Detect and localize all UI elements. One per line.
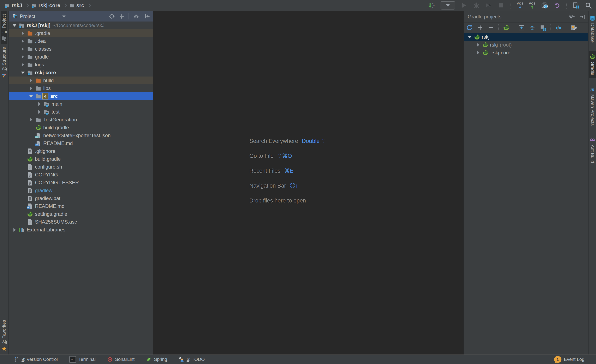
tree-collapse-arrow[interactable] [27, 79, 35, 82]
gradle-tree-row[interactable]: :rskj-core [464, 49, 588, 57]
breadcrumb-item-src[interactable]: src [69, 2, 84, 8]
tree-row[interactable]: settings.gradle [9, 210, 153, 218]
run-config-dropdown[interactable] [440, 1, 455, 9]
tree-row[interactable]: TestGeneration [9, 116, 153, 124]
gear-dropdown-button[interactable] [568, 14, 575, 20]
group-modules-button[interactable] [540, 24, 546, 31]
tree-row[interactable]: gradlew [9, 187, 153, 194]
tree-row[interactable]: .idea [9, 37, 153, 45]
gradle-run-button[interactable] [503, 24, 509, 31]
export-modules-button[interactable] [572, 2, 580, 9]
event-log-badge[interactable]: 1 [554, 356, 561, 363]
search-everywhere-button[interactable] [585, 2, 592, 9]
recent-changes-button[interactable] [541, 2, 548, 9]
right-tab-gradle[interactable]: Gradle [589, 51, 596, 78]
statusbar-item-terminal[interactable]: >_Terminal [69, 356, 96, 363]
tree-row[interactable]: 4src [9, 92, 153, 100]
sidebar-tab-favorites[interactable]: 2: Favorites [1, 317, 7, 355]
tree-row[interactable]: JSONnetworkStateExporterTest.json [9, 131, 153, 139]
editor-area[interactable]: Search EverywhereDouble ⇧Go to File⇧⌘ORe… [153, 11, 463, 355]
tree-expand-arrow[interactable] [19, 72, 27, 74]
tree-row[interactable]: rskj-core [9, 69, 153, 77]
tree-collapse-arrow[interactable] [19, 31, 27, 35]
tree-item-label: classes [35, 46, 52, 52]
tree-row[interactable]: logs [9, 61, 153, 69]
breadcrumb-item-rskJ[interactable]: rskJ [5, 2, 22, 8]
tree-item-path: ~/Documents/code/rskJ [52, 22, 104, 28]
tree-collapse-arrow[interactable] [19, 55, 27, 59]
vcs-commit-button[interactable]: VCS [529, 2, 536, 9]
tree-row[interactable]: build [9, 77, 153, 84]
tree-row[interactable]: gradle [9, 53, 153, 61]
gradle-settings-button[interactable] [570, 24, 577, 31]
collapse-all-blue-button[interactable] [529, 24, 536, 31]
tree-row[interactable]: rskJ [rskj]~/Documents/code/rskJ [9, 22, 153, 29]
editor-shortcut-hints: Search EverywhereDouble ⇧Go to File⇧⌘ORe… [249, 134, 326, 208]
tree-row[interactable]: SHA256SUMS.asc [9, 218, 153, 226]
tree-collapse-arrow[interactable] [10, 228, 19, 232]
expand-all-button[interactable] [518, 24, 525, 31]
tree-expand-arrow[interactable] [27, 95, 35, 97]
tree-collapse-arrow[interactable] [474, 51, 482, 55]
collapse-all-button[interactable] [119, 13, 125, 19]
tree-row[interactable]: gradlew.bat [9, 194, 153, 202]
tree-row[interactable]: .gitignore [9, 147, 153, 155]
right-tab-database[interactable]: Database [589, 12, 596, 45]
sidebar-tab-structure[interactable]: 7: Structure [1, 44, 7, 81]
chevron-down-icon[interactable] [62, 15, 66, 17]
locate-button[interactable] [109, 13, 115, 19]
breadcrumb-item-rskj-core[interactable]: rskj-core [31, 2, 60, 8]
tree-row[interactable]: main [9, 100, 153, 108]
right-tab-maven-projects[interactable]: mMaven Projects [589, 84, 596, 129]
hide-right-button[interactable] [579, 14, 585, 20]
tree-row[interactable]: .gradle [9, 29, 153, 37]
collapse-all-icon [119, 13, 125, 19]
search-everywhere-icon [585, 2, 592, 9]
statusbar-item-event-log[interactable]: Event Log [564, 357, 584, 362]
refresh-button[interactable] [466, 24, 473, 31]
tree-row[interactable]: configure.sh [9, 163, 153, 171]
gear-dropdown-button[interactable] [133, 13, 141, 19]
statusbar-item-todo[interactable]: 6: TODO [179, 357, 205, 362]
tree-row[interactable]: External Libraries [9, 226, 153, 234]
tree-row[interactable]: MDREADME.md [9, 139, 153, 147]
tree-expand-arrow[interactable] [10, 24, 19, 27]
statusbar-item-version-control[interactable]: 9: Version Control [14, 357, 58, 362]
tree-row[interactable]: classes [9, 45, 153, 53]
project-panel-title: Project [20, 14, 35, 19]
tree-row[interactable]: libs [9, 84, 153, 92]
right-tab-ant-build[interactable]: Ant Build [589, 134, 596, 166]
detach-minus-button[interactable] [488, 24, 494, 31]
attach-plus-button[interactable] [477, 24, 484, 31]
update-code-icon: 011001 [428, 2, 435, 9]
hide-left-button[interactable] [144, 13, 150, 19]
stop-button [498, 2, 505, 9]
statusbar-item-sonarlint[interactable]: SonarLint [107, 357, 134, 362]
tree-row[interactable]: build.gradle [9, 155, 153, 163]
sidebar-tab-project[interactable]: 1: Project [1, 11, 7, 44]
tree-collapse-arrow[interactable] [474, 43, 482, 47]
tree-collapse-arrow[interactable] [19, 63, 27, 67]
statusbar-item-spring[interactable]: Spring [146, 357, 167, 362]
breadcrumb: rskJrskj-coresrc [0, 2, 92, 8]
tree-collapse-arrow[interactable] [19, 47, 27, 51]
gradle-tree-row[interactable]: rskj [464, 33, 588, 41]
tree-collapse-arrow[interactable] [27, 118, 35, 122]
offline-toggle-button[interactable] [555, 24, 562, 31]
gradle-tree-row[interactable]: rskj(root) [464, 41, 588, 49]
tree-row[interactable]: MDREADME.md [9, 202, 153, 210]
tree-row[interactable]: build.gradle [9, 124, 153, 131]
tree-expand-arrow[interactable] [466, 36, 474, 38]
gradle-item-label: rskj [490, 42, 498, 48]
hide-right-icon [579, 14, 585, 20]
tree-row[interactable]: COPYING [9, 171, 153, 179]
tree-collapse-arrow[interactable] [35, 102, 44, 106]
rollback-button[interactable] [553, 2, 560, 9]
tree-row[interactable]: COPYING.LESSER [9, 179, 153, 187]
vcs-update-button[interactable]: VCS [517, 2, 523, 9]
tree-collapse-arrow[interactable] [27, 87, 35, 90]
update-code-button[interactable]: 011001 [428, 2, 435, 9]
tree-collapse-arrow[interactable] [35, 110, 44, 114]
tree-row[interactable]: test [9, 108, 153, 116]
tree-collapse-arrow[interactable] [19, 39, 27, 43]
